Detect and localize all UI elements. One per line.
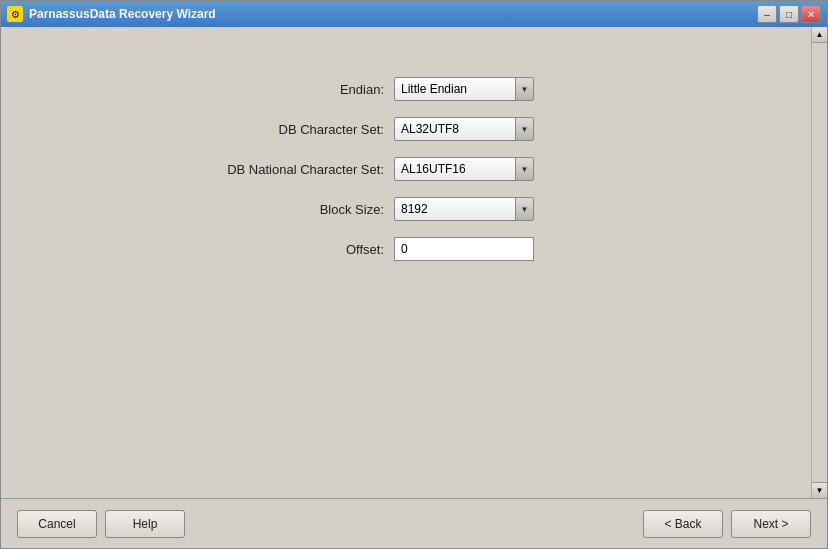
scroll-track bbox=[812, 43, 827, 482]
block-size-row: Block Size: 8192 ▼ bbox=[174, 197, 654, 221]
title-bar-buttons: – □ ✕ bbox=[757, 5, 821, 23]
offset-row: Offset: bbox=[174, 237, 654, 261]
db-charset-arrow-icon: ▼ bbox=[515, 118, 533, 140]
block-size-label: Block Size: bbox=[174, 202, 394, 217]
form-area: Endian: Little Endian ▼ DB Character Set… bbox=[41, 57, 787, 478]
title-bar-left: ⚙ ParnassusData Recovery Wizard bbox=[7, 6, 216, 22]
window-title: ParnassusData Recovery Wizard bbox=[29, 7, 216, 21]
content-area: Endian: Little Endian ▼ DB Character Set… bbox=[1, 27, 827, 498]
bottom-bar: Cancel Help < Back Next > bbox=[1, 498, 827, 548]
db-national-charset-label: DB National Character Set: bbox=[174, 162, 394, 177]
db-charset-label: DB Character Set: bbox=[174, 122, 394, 137]
db-national-charset-arrow-icon: ▼ bbox=[515, 158, 533, 180]
bottom-right-buttons: < Back Next > bbox=[643, 510, 811, 538]
db-national-charset-select[interactable]: AL16UTF16 ▼ bbox=[394, 157, 534, 181]
close-button[interactable]: ✕ bbox=[801, 5, 821, 23]
offset-label: Offset: bbox=[174, 242, 394, 257]
app-icon: ⚙ bbox=[7, 6, 23, 22]
block-size-arrow-icon: ▼ bbox=[515, 198, 533, 220]
back-button[interactable]: < Back bbox=[643, 510, 723, 538]
db-charset-control: AL32UTF8 ▼ bbox=[394, 117, 654, 141]
endian-row: Endian: Little Endian ▼ bbox=[174, 77, 654, 101]
main-window: ⚙ ParnassusData Recovery Wizard – □ ✕ En… bbox=[0, 0, 828, 549]
title-bar: ⚙ ParnassusData Recovery Wizard – □ ✕ bbox=[1, 1, 827, 27]
db-national-charset-row: DB National Character Set: AL16UTF16 ▼ bbox=[174, 157, 654, 181]
endian-arrow-icon: ▼ bbox=[515, 78, 533, 100]
minimize-button[interactable]: – bbox=[757, 5, 777, 23]
block-size-control: 8192 ▼ bbox=[394, 197, 654, 221]
scroll-up-button[interactable]: ▲ bbox=[812, 27, 827, 43]
cancel-button[interactable]: Cancel bbox=[17, 510, 97, 538]
block-size-select[interactable]: 8192 ▼ bbox=[394, 197, 534, 221]
endian-control: Little Endian ▼ bbox=[394, 77, 654, 101]
endian-select[interactable]: Little Endian ▼ bbox=[394, 77, 534, 101]
maximize-button[interactable]: □ bbox=[779, 5, 799, 23]
db-charset-row: DB Character Set: AL32UTF8 ▼ bbox=[174, 117, 654, 141]
bottom-left-buttons: Cancel Help bbox=[17, 510, 185, 538]
endian-label: Endian: bbox=[174, 82, 394, 97]
db-charset-select[interactable]: AL32UTF8 ▼ bbox=[394, 117, 534, 141]
offset-control bbox=[394, 237, 654, 261]
scroll-down-button[interactable]: ▼ bbox=[812, 482, 827, 498]
next-button[interactable]: Next > bbox=[731, 510, 811, 538]
help-button[interactable]: Help bbox=[105, 510, 185, 538]
db-national-charset-control: AL16UTF16 ▼ bbox=[394, 157, 654, 181]
offset-input[interactable] bbox=[394, 237, 534, 261]
scrollbar[interactable]: ▲ ▼ bbox=[811, 27, 827, 498]
